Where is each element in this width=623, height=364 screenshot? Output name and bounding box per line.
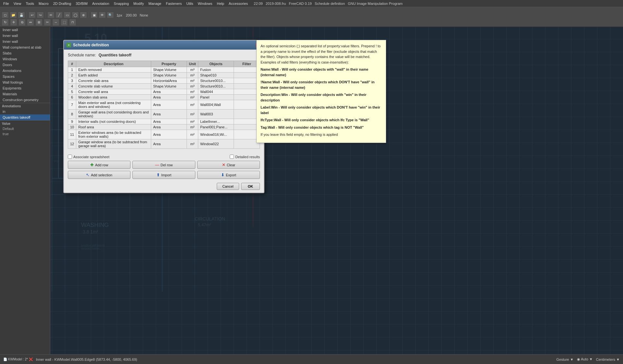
sidebar-item-materials[interactable]: Materials bbox=[0, 91, 50, 97]
sidebar-item-equipments[interactable]: Equipments bbox=[0, 85, 50, 91]
menu-2ddrafting[interactable]: 2D Drafting bbox=[51, 1, 73, 6]
toolbar-extend[interactable]: ↔ bbox=[52, 19, 59, 26]
row-property[interactable]: Shape.Volume bbox=[151, 73, 187, 78]
toolbar-mirror[interactable]: ⇔ bbox=[27, 19, 34, 26]
row-unit[interactable]: m³ bbox=[187, 84, 198, 89]
row-unit[interactable]: m² bbox=[187, 139, 198, 149]
row-filter[interactable] bbox=[234, 130, 260, 139]
row-objects[interactable]: Window016;Wi... bbox=[198, 130, 234, 139]
row-unit[interactable]: m² bbox=[187, 78, 198, 84]
row-filter[interactable] bbox=[234, 119, 260, 124]
row-filter[interactable] bbox=[234, 78, 260, 84]
menu-help[interactable]: Help bbox=[215, 1, 226, 6]
toolbar-copy[interactable]: ⧉ bbox=[18, 19, 26, 26]
import-button[interactable]: ⬆ Import bbox=[132, 171, 195, 179]
sidebar-item-quantities-takeoff[interactable]: Quantities takeoff bbox=[0, 114, 50, 120]
row-filter[interactable] bbox=[234, 84, 260, 89]
sidebar-item-slabs[interactable]: Slabs bbox=[0, 50, 50, 56]
sidebar-item-inner-wall-3[interactable]: Inner wall bbox=[0, 39, 50, 44]
row-description[interactable]: Concrete slab volume bbox=[76, 84, 151, 89]
row-description[interactable]: Garage wall area (not considering doors … bbox=[76, 110, 151, 119]
row-description[interactable]: Wooden slab area bbox=[76, 95, 151, 100]
toolbar-offset[interactable]: ⬚ bbox=[61, 19, 68, 26]
sidebar-item-inner-wall-2[interactable]: Inner wall bbox=[0, 33, 50, 39]
sidebar-item-construction[interactable]: Construction geometry bbox=[0, 97, 50, 103]
add-selection-button[interactable]: ↖ Add selection bbox=[68, 171, 130, 179]
table-row[interactable]: 3 Concrete slab area HorizontalArea m² S… bbox=[68, 78, 260, 84]
del-row-button[interactable]: — Del row bbox=[132, 161, 195, 169]
row-property[interactable]: Area bbox=[151, 130, 187, 139]
associate-spreadsheet-input[interactable] bbox=[68, 155, 72, 159]
table-row[interactable]: 11 Exterior windows area (to be subtract… bbox=[68, 130, 260, 139]
row-objects[interactable]: Wall003 bbox=[198, 110, 234, 119]
menu-modify[interactable]: Modify bbox=[131, 1, 146, 6]
menu-file[interactable]: File bbox=[1, 1, 11, 6]
row-filter[interactable] bbox=[234, 139, 260, 149]
table-row[interactable]: 5 Concrete wall area Area m² Wall044 bbox=[68, 89, 260, 95]
row-description[interactable]: Interior walls (not considering doors) bbox=[76, 119, 151, 124]
row-unit[interactable]: m² bbox=[187, 110, 198, 119]
row-filter[interactable] bbox=[234, 95, 260, 100]
clear-button[interactable]: ✕ Clear bbox=[197, 161, 260, 169]
row-objects[interactable]: Panel001;Pane... bbox=[198, 124, 234, 130]
row-unit[interactable]: m² bbox=[187, 89, 198, 95]
detailed-results-input[interactable] bbox=[230, 155, 234, 159]
row-unit[interactable]: m³ bbox=[187, 73, 198, 78]
row-objects[interactable]: Wall004;Wall bbox=[198, 100, 234, 110]
table-row[interactable]: 12 Garage window area (to be subtracted … bbox=[68, 139, 260, 149]
sidebar-item-wall-complement[interactable]: Wall complement at slab bbox=[0, 44, 50, 50]
sidebar-item-wall-footings[interactable]: Wall footings bbox=[0, 79, 50, 85]
sidebar-item-in[interactable]: in bbox=[0, 109, 50, 114]
row-description[interactable]: Concrete wall area bbox=[76, 89, 151, 95]
row-property[interactable]: Area bbox=[151, 100, 187, 110]
toolbar-array[interactable]: ⊞ bbox=[35, 19, 43, 26]
status-units[interactable]: Centimeters ▼ bbox=[596, 358, 620, 361]
row-description[interactable]: Concrete slab area bbox=[76, 78, 151, 84]
row-description[interactable]: Main exterior wall area (not considering… bbox=[76, 100, 151, 110]
menu-snapping[interactable]: Snapping bbox=[112, 1, 131, 6]
row-description[interactable]: Roof area bbox=[76, 124, 151, 130]
menu-fasteners[interactable]: Fasteners bbox=[164, 1, 184, 6]
cancel-button[interactable]: Cancel bbox=[217, 183, 239, 190]
row-property[interactable]: Area bbox=[151, 139, 187, 149]
row-filter[interactable] bbox=[234, 89, 260, 95]
row-property[interactable]: Shape.Volume bbox=[151, 67, 187, 73]
menu-tools[interactable]: Tools bbox=[24, 1, 36, 6]
menu-manage[interactable]: Manage bbox=[146, 1, 163, 6]
row-filter[interactable] bbox=[234, 124, 260, 130]
table-row[interactable]: 9 Interior walls (not considering doors)… bbox=[68, 119, 260, 124]
menu-utils[interactable]: Utils bbox=[184, 1, 195, 6]
menu-3dbim[interactable]: 3D/BIM bbox=[74, 1, 90, 6]
toolbar-join[interactable]: ⊓ bbox=[69, 19, 76, 26]
table-row[interactable]: 4 Concrete slab volume Shape.Volume m³ S… bbox=[68, 84, 260, 89]
row-objects[interactable]: Wall044 bbox=[198, 89, 234, 95]
row-unit[interactable]: m³ bbox=[187, 67, 198, 73]
sidebar-item-doors[interactable]: Doors bbox=[0, 62, 50, 68]
row-property[interactable]: Area bbox=[151, 124, 187, 130]
row-objects[interactable]: Panel bbox=[198, 95, 234, 100]
table-row[interactable]: 10 Roof area Area m² Panel001;Pane... bbox=[68, 124, 260, 130]
menu-annotation[interactable]: Annotation bbox=[90, 1, 111, 6]
row-unit[interactable]: m² bbox=[187, 100, 198, 110]
table-row[interactable]: 6 Wooden slab area Area m² Panel bbox=[68, 95, 260, 100]
sidebar-item-spaces[interactable]: Spaces bbox=[0, 74, 50, 79]
row-objects[interactable]: Structure0010... bbox=[198, 84, 234, 89]
detailed-results-checkbox[interactable]: Detailed results bbox=[230, 155, 260, 159]
row-filter[interactable] bbox=[234, 110, 260, 119]
row-unit[interactable]: m² bbox=[187, 95, 198, 100]
menu-windows[interactable]: Windows bbox=[196, 1, 214, 6]
row-property[interactable]: HorizontalArea bbox=[151, 78, 187, 84]
row-property[interactable]: Area bbox=[151, 95, 187, 100]
table-row[interactable]: 2 Earth added Shape.Volume m³ Shape010 bbox=[68, 73, 260, 78]
row-objects[interactable]: Structure0010... bbox=[198, 78, 234, 84]
row-objects[interactable]: Shape010 bbox=[198, 73, 234, 78]
row-objects[interactable]: LabelInner... bbox=[198, 119, 234, 124]
menu-macro[interactable]: Macro bbox=[37, 1, 51, 6]
export-button[interactable]: ⬇ Export bbox=[197, 171, 260, 179]
row-unit[interactable]: m² bbox=[187, 119, 198, 124]
row-description[interactable]: Garage window area (to be subtracted fro… bbox=[76, 139, 151, 149]
associate-spreadsheet-checkbox[interactable]: Associate spreadsheet bbox=[68, 155, 109, 159]
row-unit[interactable]: m² bbox=[187, 124, 198, 130]
add-row-button[interactable]: ✚ Add row bbox=[68, 161, 130, 169]
row-filter[interactable] bbox=[234, 73, 260, 78]
